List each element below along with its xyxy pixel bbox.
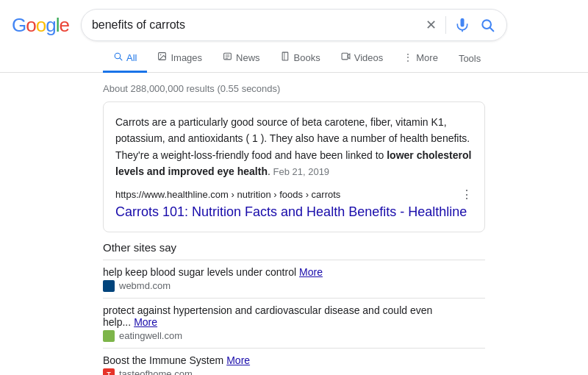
- tab-books[interactable]: Books: [270, 44, 331, 73]
- tab-all-label: All: [126, 52, 137, 63]
- other-site-item-eatingwell: protect against hypertension and cardiov…: [103, 298, 485, 348]
- books-tab-icon: [281, 51, 290, 63]
- svg-rect-12: [342, 53, 348, 60]
- tab-images[interactable]: Images: [147, 44, 212, 73]
- logo-letter-g2: g: [46, 14, 55, 36]
- favicon-webmd: [103, 280, 115, 292]
- more-options-icon[interactable]: ⋮: [461, 188, 473, 201]
- images-tab-icon: [157, 51, 167, 63]
- site-more-link-taste[interactable]: More: [226, 354, 250, 366]
- snippet-source: https://www.healthline.com › nutrition ›…: [115, 188, 473, 201]
- snippet-text: Carrots are a particularly good source o…: [115, 114, 473, 180]
- svg-rect-10: [282, 52, 288, 60]
- site-more-link-eatingwell[interactable]: More: [134, 316, 157, 328]
- more-tab-icon: ⋮: [404, 52, 412, 63]
- site-name-webmd: webmd.com: [119, 280, 171, 291]
- header: Google ✕: [0, 0, 588, 41]
- tab-news-label: News: [236, 52, 260, 63]
- site-source-taste: T tasteofhome.com: [103, 368, 485, 375]
- snippet-date: Feb 21, 2019: [270, 166, 329, 177]
- site-source-webmd: webmd.com: [103, 280, 485, 292]
- featured-snippet: Carrots are a particularly good source o…: [103, 101, 485, 232]
- results-container: About 288,000,000 results (0.55 seconds)…: [0, 73, 588, 375]
- site-snippet-eatingwell: protect against hypertension and cardiov…: [103, 304, 485, 328]
- other-site-item-webmd: help keep blood sugar levels under contr…: [103, 260, 485, 298]
- favicon-taste: T: [103, 368, 115, 375]
- search-icons: ✕: [424, 15, 496, 35]
- other-sites-title: Other sites say: [103, 241, 485, 254]
- logo-letter-g: G: [12, 14, 26, 36]
- news-tab-icon: [223, 51, 232, 63]
- search-icon: [480, 18, 495, 32]
- tools-button[interactable]: Tools: [448, 46, 491, 71]
- site-name-taste: tasteofhome.com: [119, 368, 193, 375]
- mic-button[interactable]: [453, 16, 471, 34]
- svg-line-3: [120, 58, 122, 60]
- site-name-eatingwell: eatingwell.com: [119, 330, 182, 341]
- nav-tabs: All Images News Books Videos ⋮ More Tool…: [0, 44, 588, 73]
- snippet-url: https://www.healthline.com › nutrition ›…: [115, 189, 340, 200]
- all-tab-icon: [113, 51, 123, 63]
- svg-point-5: [160, 54, 162, 56]
- favicon-eatingwell: [103, 330, 115, 342]
- tab-more-label: More: [416, 52, 438, 63]
- snippet-link[interactable]: Carrots 101: Nutrition Facts and Health …: [115, 204, 473, 220]
- results-stats: About 288,000,000 results (0.55 seconds): [103, 79, 485, 101]
- tab-more[interactable]: ⋮ More: [393, 45, 448, 73]
- snippet-url-area: https://www.healthline.com › nutrition ›…: [115, 188, 340, 200]
- google-logo: Google: [12, 14, 69, 37]
- site-snippet-taste: Boost the Immune SystemMore: [103, 354, 485, 366]
- logo-letter-o1: o: [26, 14, 35, 36]
- tab-videos-label: Videos: [354, 52, 384, 63]
- tab-news[interactable]: News: [212, 44, 270, 73]
- search-bar[interactable]: ✕: [81, 9, 507, 41]
- logo-letter-e: e: [59, 14, 68, 36]
- logo-letter-o2: o: [36, 14, 46, 36]
- tab-images-label: Images: [171, 52, 202, 63]
- clear-button[interactable]: ✕: [424, 15, 438, 35]
- divider: [445, 16, 446, 34]
- search-submit-button[interactable]: [478, 16, 496, 34]
- site-source-eatingwell: eatingwell.com: [103, 330, 485, 342]
- svg-line-1: [490, 28, 494, 32]
- site-snippet-text-taste: Boost the Immune System: [103, 354, 223, 366]
- mic-icon: [455, 18, 470, 32]
- site-more-link-webmd[interactable]: More: [299, 266, 323, 278]
- site-snippet-webmd: help keep blood sugar levels under contr…: [103, 266, 485, 278]
- other-sites-section: Other sites say help keep blood sugar le…: [103, 241, 485, 375]
- videos-tab-icon: [341, 51, 351, 63]
- other-site-item-taste: Boost the Immune SystemMore T tasteofhom…: [103, 348, 485, 375]
- site-snippet-text-webmd: help keep blood sugar levels under contr…: [103, 266, 296, 278]
- tab-all[interactable]: All: [103, 44, 147, 73]
- tab-videos[interactable]: Videos: [331, 44, 394, 73]
- tab-books-label: Books: [294, 52, 320, 63]
- search-input[interactable]: [92, 18, 424, 32]
